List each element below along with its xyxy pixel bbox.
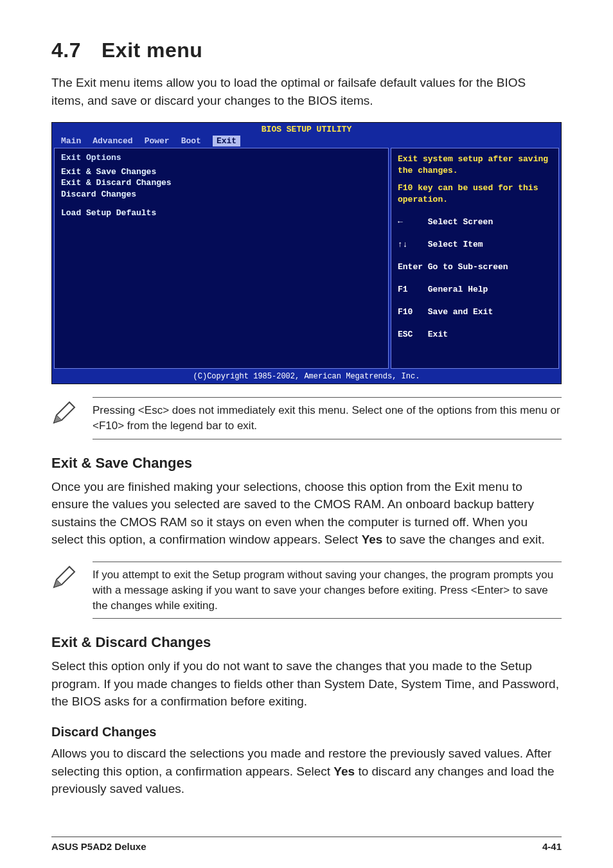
section-heading: 4.7Exit menu [51,39,562,62]
spacer [398,176,552,182]
footer-right: 4-41 [542,841,562,852]
bios-help-line2: F10 key can be used for this operation. [398,182,552,205]
bios-tab-power[interactable]: Power [145,136,170,147]
pencil-note-icon [51,397,80,428]
legend-select-item: ↑↓ Select Item [398,239,552,251]
bios-option-discard[interactable]: Discard Changes [61,189,382,200]
legend-esc: ESC Exit [398,329,552,341]
bios-help-line1: Exit system setup after saving the chang… [398,154,552,176]
body-exit-discard: Select this option only if you do not wa… [51,657,562,711]
section-number: 4.7 [51,39,81,62]
bios-copyright: (C)Copyright 1985-2002, American Megatre… [52,371,561,384]
page-footer: ASUS P5AD2 Deluxe 4-41 [51,837,562,852]
note-esc: Pressing <Esc> does not immediately exit… [51,397,562,439]
section-title-text: Exit menu [102,39,202,62]
bios-tab-exit[interactable]: Exit [213,136,240,147]
heading-discard: Discard Changes [51,725,562,740]
bios-exit-options-header: Exit Options [61,152,382,164]
bios-right-pane: Exit system setup after saving the chang… [391,148,559,369]
bios-left-pane: Exit Options Exit & Save Changes Exit & … [54,148,389,369]
legend-select-screen: ← Select Screen [398,217,552,228]
bios-tab-advanced[interactable]: Advanced [93,136,132,147]
bios-tab-bar: Main Advanced Power Boot Exit [52,136,561,148]
body-exit-save-b: to save the changes and exit. [382,533,544,546]
legend-f1: F1 General Help [398,284,552,296]
body-discard: Allows you to discard the selections you… [51,745,562,798]
bios-option-load-defaults[interactable]: Load Setup Defaults [61,208,382,219]
bios-body: Exit Options Exit & Save Changes Exit & … [52,148,561,371]
bios-help-text: Exit system setup after saving the chang… [398,154,552,205]
note-esc-text: Pressing <Esc> does not immediately exit… [93,397,562,439]
bios-tab-boot[interactable]: Boot [181,136,201,147]
intro-paragraph: The Exit menu items allow you to load th… [51,74,562,109]
note-exit-without-save: If you attempt to exit the Setup program… [51,562,562,619]
bios-window: BIOS SETUP UTILITY Main Advanced Power B… [51,122,562,384]
legend-enter: Enter Go to Sub-screen [398,261,552,273]
bios-tab-main[interactable]: Main [61,136,81,147]
bios-title: BIOS SETUP UTILITY [52,123,561,136]
body-exit-save-yes: Yes [362,533,383,546]
bios-option-exit-save[interactable]: Exit & Save Changes [61,166,382,178]
body-exit-save: Once you are finished making your select… [51,478,562,549]
heading-exit-discard: Exit & Discard Changes [51,634,562,651]
note-exit-without-save-text: If you attempt to exit the Setup program… [93,562,562,619]
heading-exit-save: Exit & Save Changes [51,455,562,472]
body-discard-yes: Yes [333,765,355,778]
legend-f10: F10 Save and Exit [398,306,552,318]
footer-left: ASUS P5AD2 Deluxe [51,841,147,852]
pencil-note-icon [51,562,80,592]
spacer [61,200,382,208]
bios-legend: ← Select Screen ↑↓ Select Item Enter Go … [398,205,552,363]
bios-option-exit-discard[interactable]: Exit & Discard Changes [61,177,382,189]
